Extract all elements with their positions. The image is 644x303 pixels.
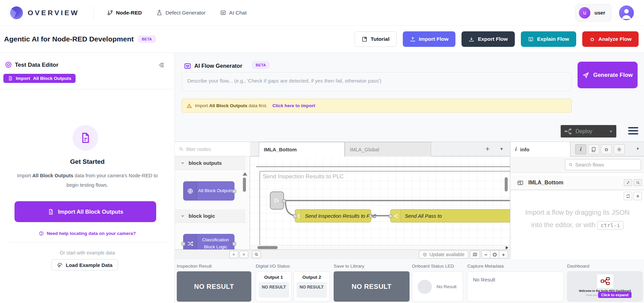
info-caret-icon[interactable]: ▼ [636,147,640,151]
search-flows-input[interactable] [575,162,642,168]
category-block-logic[interactable]: block logic [175,209,246,223]
canvas-horizontal-scrollbar[interactable] [250,245,510,249]
help-link[interactable]: Need help locating data on your camera? [0,231,175,236]
widget-label-save-library: Save to Library [334,264,364,269]
panel-collapse-icon[interactable] [158,62,165,68]
toolbar-buttons: Tutorial Import Flow Export Flow Explain… [355,31,639,47]
dashboard-widget[interactable]: Welcome to the Node-RED Dashboard Please… [567,271,643,302]
update-available-button[interactable]: Update available [419,250,468,259]
divider [0,89,175,89]
canvas-search-button[interactable] [252,251,261,258]
flask-icon [157,10,162,16]
user-pill[interactable]: u user [575,4,612,22]
nav-divider [93,6,94,20]
get-started-description: Import All Block Outputs data from your … [15,171,160,190]
globe-icon [184,182,197,200]
input-port[interactable] [389,214,392,218]
onboard-status-led-widget: No Result [412,271,463,302]
input-port[interactable] [181,242,185,246]
explain-flow-button[interactable]: Explain Flow [521,31,576,47]
link-chain-button[interactable] [624,179,632,186]
nav-tab-ai-chat[interactable]: AI Chat [220,10,247,16]
flow-description-input[interactable] [181,72,572,91]
refresh-button[interactable] [624,192,632,200]
category-block-outputs[interactable]: block outputs [175,156,246,170]
document-circle-icon [73,125,98,151]
node-palette: block outputs All Block Outputs block lo… [175,142,250,259]
output-port[interactable] [232,189,236,193]
nav-tab-label: Defect Generator [165,10,205,16]
input-port[interactable] [293,214,297,218]
palette-footer: « » [175,249,250,259]
node-send-inspection-results[interactable]: Send Inspection Results to PLC [295,209,371,222]
node-send-all-pass[interactable]: Send All Pass to [390,209,510,222]
zoom-in-button[interactable]: + [499,250,508,259]
scroll-up-arrow[interactable] [243,172,247,176]
output-port[interactable] [232,242,236,246]
nav-tab-defect-generator[interactable]: Defect Generator [157,10,205,16]
deploy-button[interactable]: Deploy ▼ [561,125,616,138]
palette-node-classification[interactable]: Classification Block Logic [183,234,234,249]
divider [9,242,166,243]
search-flows-box: ▼ [565,159,641,170]
flow-list-caret-icon[interactable]: ▼ [500,147,504,151]
expand-all-categories-button[interactable]: » [240,251,248,258]
link-in-node[interactable] [270,191,284,210]
scroll-right-arrow[interactable] [506,246,508,249]
debug-bug-button[interactable] [601,144,612,154]
load-example-data-button[interactable]: Load Example Data [51,259,118,271]
robot-icon [184,62,192,70]
zoom-out-button[interactable]: − [481,250,491,259]
collapse-all-categories-button[interactable]: « [229,251,238,258]
info-tab[interactable]: i info [510,142,570,157]
info-panel-button[interactable]: i [575,144,586,154]
import-all-block-outputs-badge[interactable]: Import All Block Outputs [3,74,76,83]
add-flow-button[interactable]: + [485,145,489,153]
widget-label-onboard-led: Onboard Status LED [412,264,454,269]
generate-flow-button[interactable]: Generate Flow [578,62,638,88]
export-flow-button[interactable]: Export Flow [461,31,515,47]
help-book-button[interactable] [588,144,599,154]
import-all-block-outputs-button[interactable]: Import All Block Outputs [15,201,156,222]
palette-body: block outputs All Block Outputs block lo… [175,156,250,249]
click-to-expand-button[interactable]: Click to expand [598,292,632,298]
hamburger-menu-icon[interactable] [628,127,638,134]
palette-scrollbar[interactable] [243,178,246,192]
sidebar-title: Test Data Editor [15,62,58,68]
beta-badge: BETA [138,36,155,42]
document-icon [48,209,54,215]
avatar[interactable] [619,5,634,20]
flow-tab-imla-global[interactable]: IMLA_Global [345,142,431,156]
info-content: × Import a flow by dragging its JSON int… [510,190,644,259]
scrollbar-thumb[interactable] [257,246,278,249]
navigator-map-button[interactable] [470,250,480,259]
generator-beta-badge: BETA [252,62,269,68]
settings-gear-button[interactable] [614,144,625,154]
output-port[interactable] [282,199,286,203]
nav-tab-label: AI Chat [229,10,247,16]
flow-canvas[interactable]: Send Inspection Results to PLC Send Insp… [250,156,510,245]
alert-triangle-icon [187,103,192,109]
filter-nodes-input[interactable] [186,146,233,152]
widget-label-dashboard: Dashboard [567,264,589,269]
search-flow-button[interactable] [634,179,642,186]
deploy-caret-icon[interactable]: ▼ [606,129,613,134]
palette-node-all-block-outputs[interactable]: All Block Outputs [183,181,234,201]
analyze-flow-button[interactable]: Analyze Flow [582,31,639,47]
flow-info-row[interactable]: IMLA_Bottom [510,176,644,190]
close-icon[interactable]: × [634,192,642,200]
bug-icon [589,36,595,42]
nav-tab-node-red[interactable]: Node-RED [107,10,142,16]
explain-flow-label: Explain Flow [537,36,569,42]
canvas-vertical-scrollbar[interactable] [505,177,508,191]
save-to-library-widget: NO RESULT [334,271,410,302]
import-flow-button[interactable]: Import Flow [403,31,456,47]
click-to-import-link[interactable]: Click here to import [273,103,315,108]
node-red-editor: block outputs All Block Outputs block lo… [175,142,644,259]
tutorial-button[interactable]: Tutorial [355,31,397,47]
info-icon: i [515,146,517,153]
flow-tab-imla-bottom[interactable]: IMLA_Bottom [259,142,345,157]
warning-text: Import All Block Outputs data first. [195,103,268,108]
zoom-reset-button[interactable] [490,250,499,259]
overview-logo-icon [10,6,23,19]
